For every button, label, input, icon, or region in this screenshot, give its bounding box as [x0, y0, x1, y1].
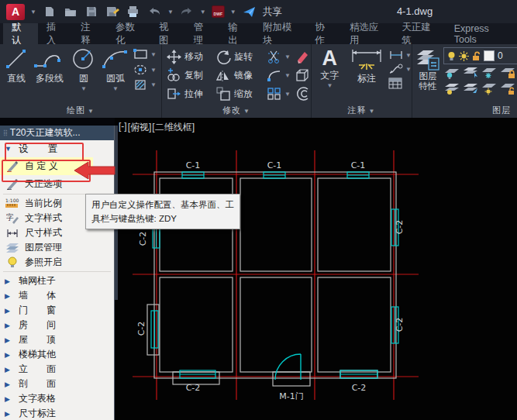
window-label: C-1	[267, 160, 282, 170]
circle-button[interactable]: 圆 ▼	[70, 44, 98, 92]
mirror-button[interactable]: 镜像	[216, 66, 267, 84]
erase-icon	[295, 50, 309, 64]
tab-tianzheng[interactable]: 天正建筑	[393, 23, 445, 44]
palette-divider	[3, 271, 111, 272]
share-label[interactable]: 共享	[263, 5, 282, 19]
text-button[interactable]: A 文字 ▼	[315, 46, 345, 89]
layer-lock-icon[interactable]	[499, 66, 516, 80]
save-icon[interactable]	[84, 4, 99, 19]
tab-annotate[interactable]: 注释	[72, 23, 107, 44]
chevron-right-icon: ▶	[5, 366, 14, 374]
tab-parametric[interactable]: 参数化	[107, 23, 150, 44]
redo-icon[interactable]	[179, 4, 195, 19]
hatch-button[interactable]: ▼	[133, 78, 157, 91]
trim-caret-icon[interactable]: ▼	[284, 53, 291, 60]
window-label: C-2	[186, 383, 201, 393]
group-text-table[interactable]: ▶文字表格	[0, 391, 114, 406]
fillet-caret-icon[interactable]: ▼	[284, 72, 291, 79]
tab-home[interactable]: 默认	[3, 23, 38, 44]
layer-panel-label[interactable]: 图层	[412, 105, 517, 116]
app-logo-icon[interactable]: A	[6, 4, 25, 20]
fillet-button[interactable]: ▼	[267, 66, 295, 84]
redo-caret-icon[interactable]: ▼	[200, 9, 206, 15]
dimension-button[interactable]: 标注	[348, 46, 385, 89]
modify-panel-label[interactable]: 修改▼	[162, 105, 311, 116]
draw-panel-label[interactable]: 绘图▼	[0, 105, 161, 116]
group-room[interactable]: ▶房 间	[0, 318, 114, 332]
layer-thaw-all-icon[interactable]	[481, 82, 498, 96]
layer-color-swatch[interactable]	[484, 50, 495, 61]
layer-prev-icon[interactable]	[462, 82, 479, 96]
palette-title-bar[interactable]: ⣿ T20天正建筑软...	[0, 126, 114, 140]
trim-button[interactable]: ▼	[267, 47, 295, 66]
layer-selector[interactable]: 0	[443, 47, 517, 64]
group-axis-column[interactable]: ▶轴网柱子	[0, 274, 114, 288]
linear-dim-caret-icon[interactable]: ▼	[405, 52, 412, 59]
linear-dim-button[interactable]: ▼	[388, 50, 412, 60]
layer-on-off-icon[interactable]	[443, 82, 460, 96]
rectangle-button[interactable]: ▼	[133, 48, 157, 61]
tab-collaborate[interactable]: 协作	[306, 23, 341, 44]
layer-unlock-all-icon[interactable]	[499, 82, 516, 96]
save-as-icon[interactable]	[105, 4, 120, 19]
move-button[interactable]: 移动	[167, 47, 216, 66]
share-plane-icon[interactable]	[242, 4, 257, 19]
text-caret-icon[interactable]: ▼	[326, 82, 333, 89]
hatch-caret-icon[interactable]: ▼	[150, 81, 157, 88]
stretch-button[interactable]: 拉伸	[167, 84, 216, 103]
copy-button[interactable]: 复制	[167, 66, 216, 84]
group-wall[interactable]: ▶墙 体	[0, 288, 114, 303]
palette-grip-icon[interactable]: ⣿	[3, 129, 7, 136]
arc-button[interactable]: 圆弧 ▼	[99, 44, 132, 92]
tab-insert[interactable]: 插入	[38, 23, 73, 44]
open-folder-icon[interactable]	[63, 4, 78, 19]
tab-featured-apps[interactable]: 精选应用	[341, 23, 393, 44]
item-layer-management[interactable]: 图层管理	[0, 240, 114, 255]
group-elevation[interactable]: ▶立 面	[0, 362, 114, 377]
table-button[interactable]	[388, 77, 412, 89]
leader-caret-icon[interactable]: ▼	[405, 66, 412, 73]
array-button[interactable]: ▼	[267, 84, 295, 103]
app-window: { "titlebar": { "filename": "4-1.dwg", "…	[0, 0, 517, 420]
leader-button[interactable]: ▼	[388, 64, 412, 74]
app-menu-caret-icon[interactable]: ▼	[30, 9, 36, 15]
ellipse-caret-icon[interactable]: ▼	[150, 67, 157, 74]
polyline-button[interactable]: 多段线	[31, 44, 68, 92]
layer-properties-button[interactable]: 图层特性	[415, 46, 440, 98]
line-button[interactable]: 直线	[3, 44, 29, 92]
group-door-window[interactable]: ▶门 窗	[0, 303, 114, 318]
mirror-icon	[216, 68, 231, 82]
scale-ruler-icon: 1:100	[5, 198, 20, 209]
arc-caret-icon[interactable]: ▼	[112, 85, 119, 92]
print-icon[interactable]	[126, 4, 141, 19]
layer-isolate-icon[interactable]	[443, 66, 460, 80]
layer-match-icon[interactable]	[462, 66, 479, 80]
new-file-icon[interactable]	[42, 4, 57, 19]
tab-express-tools[interactable]: Express Tools	[446, 23, 517, 44]
rotate-button[interactable]: 旋转	[216, 47, 267, 66]
rectangle-caret-icon[interactable]: ▼	[150, 51, 157, 58]
tab-output[interactable]: 输出	[219, 23, 254, 44]
document-title: 4-1.dwg	[353, 0, 477, 23]
scale-button[interactable]: 缩放	[216, 84, 267, 103]
layer-freeze-icon[interactable]	[481, 66, 498, 80]
ellipse-button[interactable]: ▼	[133, 64, 157, 76]
leader-icon	[388, 64, 404, 74]
array-caret-icon[interactable]: ▼	[284, 91, 291, 98]
item-reference-on[interactable]: 参照开启	[0, 255, 114, 270]
tab-view[interactable]: 视图	[150, 23, 185, 44]
undo-caret-icon[interactable]: ▼	[167, 9, 174, 15]
group-roof[interactable]: ▶屋 顶	[0, 332, 114, 347]
annotate-panel-label[interactable]: 注释▼	[312, 105, 412, 116]
circle-caret-icon[interactable]: ▼	[81, 85, 87, 92]
drawing-canvas[interactable]: [-] [俯视] [二维线框]	[115, 118, 517, 420]
undo-icon[interactable]	[146, 4, 162, 19]
dwf-icon[interactable]: DWF	[212, 5, 225, 18]
rectangle-icon	[133, 48, 149, 61]
group-section[interactable]: ▶剖 面	[0, 377, 114, 391]
tab-addins[interactable]: 附加模块	[254, 23, 306, 44]
tab-manage[interactable]: 管理	[185, 23, 220, 44]
dwf-caret-icon[interactable]: ▼	[230, 9, 236, 15]
group-stairs-other[interactable]: ▶楼梯其他	[0, 347, 114, 362]
group-dimension[interactable]: ▶尺寸标注	[0, 406, 114, 420]
